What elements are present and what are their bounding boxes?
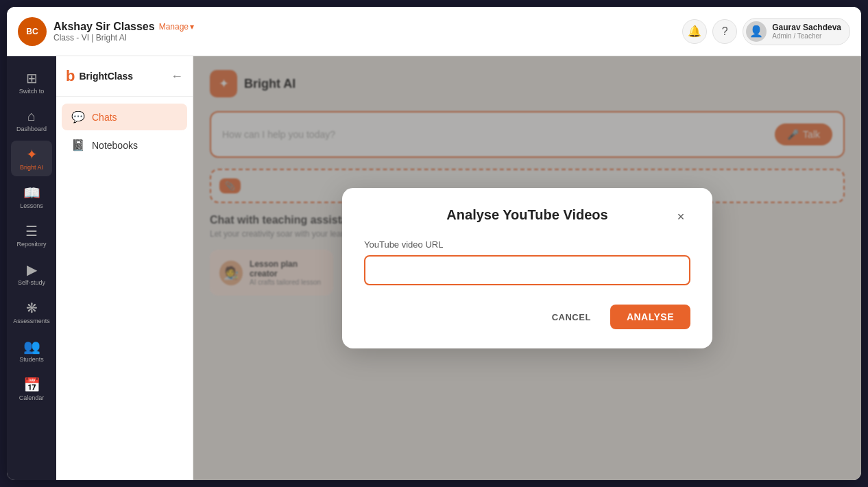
school-info: Akshay Sir Classes Manage ▾ Class - VI |… [53, 21, 194, 43]
collapse-button[interactable]: ← [171, 69, 183, 84]
modal-title: Analyse YouTube Videos [446, 207, 607, 223]
lessons-label: Lessons [20, 202, 43, 209]
user-menu[interactable]: 👤 Gaurav Sachdeva Admin / Teacher [743, 18, 850, 45]
sidebar-item-calendar[interactable]: 📅 Calendar [11, 371, 52, 407]
sidebar-item-self-study[interactable]: ▶ Self-study [11, 256, 52, 292]
students-icon: 👥 [23, 338, 40, 355]
dashboard-icon: ⌂ [27, 108, 36, 124]
url-input[interactable] [364, 255, 690, 285]
sidebar-item-repository[interactable]: ☰ Repository [11, 217, 52, 253]
sidebar: b BrightClass ← 💬 Chats 📓 Notebooks [56, 56, 193, 480]
sidebar-logo: b BrightClass [66, 67, 133, 85]
notebooks-icon: 📓 [71, 139, 85, 152]
sidebar-item-dashboard[interactable]: ⌂ Dashboard [11, 103, 52, 138]
calendar-label: Calendar [19, 394, 45, 401]
analyse-button[interactable]: ANALYSE [610, 305, 690, 329]
sidebar-header: b BrightClass ← [56, 56, 193, 97]
leftnav: ⊞ Switch to ⌂ Dashboard ✦ Bright AI 📖 Le… [7, 56, 56, 480]
topbar-right: 🔔 ? 👤 Gaurav Sachdeva Admin / Teacher [682, 18, 850, 45]
students-label: Students [19, 356, 44, 363]
user-text: Gaurav Sachdeva Admin / Teacher [772, 23, 841, 40]
close-icon: × [677, 210, 685, 224]
notebooks-label: Notebooks [92, 140, 138, 151]
lessons-icon: 📖 [23, 185, 40, 201]
topbar-logo: BC Akshay Sir Classes Manage ▾ Class - V… [18, 17, 194, 46]
calendar-icon: 📅 [23, 377, 40, 393]
switch-icon: ⊞ [26, 70, 38, 86]
analyse-modal: Analyse YouTube Videos × YouTube video U… [342, 188, 712, 348]
self-study-icon: ▶ [27, 261, 37, 278]
dashboard-label: Dashboard [16, 126, 47, 132]
sidebar-item-notebooks[interactable]: 📓 Notebooks [62, 132, 187, 158]
switch-label: Switch to [19, 88, 45, 95]
school-subtitle: Class - VI | Bright AI [53, 33, 194, 43]
chats-icon: 💬 [71, 110, 85, 123]
modal-body: YouTube video URL [364, 239, 690, 285]
bc-logo-icon: b [66, 67, 75, 85]
help-button[interactable]: ? [712, 19, 737, 44]
sidebar-menu: 💬 Chats 📓 Notebooks [56, 97, 193, 165]
repository-label: Repository [16, 241, 46, 248]
manage-button[interactable]: Manage ▾ [159, 22, 194, 32]
main: ⊞ Switch to ⌂ Dashboard ✦ Bright AI 📖 Le… [7, 56, 861, 480]
school-name: Akshay Sir Classes Manage ▾ [53, 21, 194, 33]
help-icon: ? [722, 25, 728, 38]
assessments-label: Assessments [13, 318, 50, 324]
modal-close-button[interactable]: × [671, 207, 690, 226]
sidebar-item-students[interactable]: 👥 Students [11, 333, 52, 368]
assessments-icon: ❋ [26, 300, 38, 316]
chats-label: Chats [92, 112, 117, 123]
user-name: Gaurav Sachdeva [772, 23, 841, 32]
repository-icon: ☰ [25, 223, 38, 239]
url-label: YouTube video URL [364, 239, 690, 250]
cancel-button[interactable]: CANCEL [541, 305, 602, 329]
content-area: ✦ Bright AI How can I help you today? 🎤 … [193, 56, 861, 480]
modal-overlay: Analyse YouTube Videos × YouTube video U… [193, 56, 861, 480]
bright-ai-icon: ✦ [26, 146, 38, 163]
bright-ai-label: Bright AI [20, 164, 43, 171]
modal-header: Analyse YouTube Videos × [364, 207, 690, 223]
sidebar-item-switch[interactable]: ⊞ Switch to [11, 64, 52, 100]
bc-logo-text: BrightClass [79, 71, 133, 82]
user-role: Admin / Teacher [772, 32, 841, 40]
modal-footer: CANCEL ANALYSE [364, 305, 690, 329]
topbar: BC Akshay Sir Classes Manage ▾ Class - V… [7, 7, 861, 56]
sidebar-item-lessons[interactable]: 📖 Lessons [11, 179, 52, 215]
sidebar-item-assessments[interactable]: ❋ Assessments [11, 294, 52, 330]
notification-button[interactable]: 🔔 [682, 19, 707, 44]
school-logo: BC [18, 17, 47, 46]
self-study-label: Self-study [18, 279, 45, 286]
sidebar-item-bright-ai[interactable]: ✦ Bright AI [11, 141, 52, 176]
avatar: 👤 [746, 21, 767, 42]
bell-icon: 🔔 [688, 25, 701, 38]
sidebar-item-chats[interactable]: 💬 Chats [62, 104, 187, 130]
